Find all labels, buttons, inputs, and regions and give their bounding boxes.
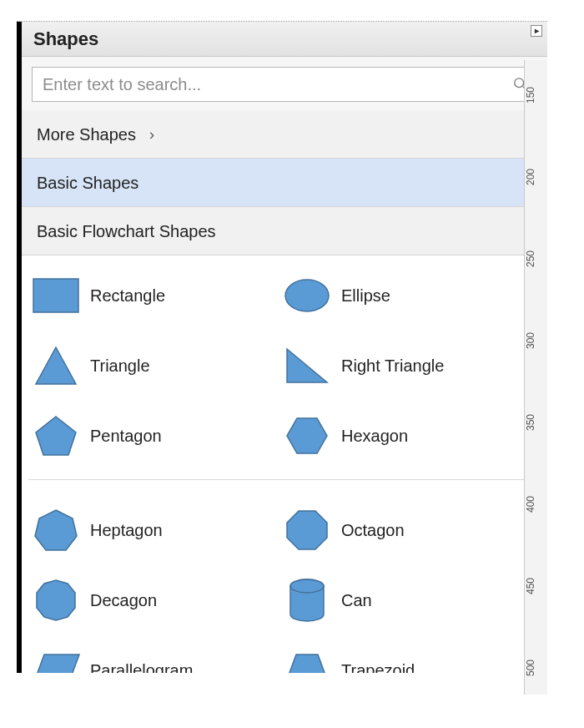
shape-label: Decagon [90,591,157,610]
shape-parallelogram[interactable]: Parallelogram [28,635,276,673]
shape-rectangle[interactable]: Rectangle [28,260,276,331]
shape-label: Parallelogram [90,661,193,674]
shapes-panel-container: Shapes ▸ More Shapes › Basic Shapes Basi… [17,7,547,691]
ruler-tick: 500 [525,660,547,676]
shape-right-triangle[interactable]: Right Triangle [279,331,527,401]
document-tab-strip [17,7,547,22]
ruler-tick: 150 [525,87,547,104]
shapes-list: Rectangle Ellipse Triangle [22,255,531,673]
decagon-icon [30,574,82,626]
ruler-tick: 200 [525,169,547,185]
svg-point-0 [515,78,524,88]
ruler-tick: 450 [525,578,547,594]
search-container [22,57,547,110]
octagon-icon [281,504,333,556]
chevron-right-icon: › [149,110,154,159]
shape-label: Pentagon [90,427,162,446]
pentagon-icon [30,410,82,462]
shape-label: Ellipse [341,286,390,306]
svg-marker-10 [37,580,75,620]
panel-title: Shapes [33,28,98,49]
category-label: Basic Flowchart Shapes [37,207,216,255]
svg-rect-2 [33,279,78,312]
shapes-panel: Shapes ▸ More Shapes › Basic Shapes Basi… [17,22,547,673]
svg-marker-7 [287,418,327,453]
shape-triangle[interactable]: Triangle [28,331,276,401]
shape-label: Triangle [90,356,150,376]
shape-trapezoid[interactable]: Trapezoid [279,635,527,673]
can-icon [281,574,333,626]
shape-hexagon[interactable]: Hexagon [279,401,527,471]
triangle-icon [30,340,82,392]
shape-label: Trapezoid [341,661,415,674]
category-basic-flowchart-shapes[interactable]: Basic Flowchart Shapes [22,207,547,255]
ruler-tick: 300 [525,332,547,349]
shape-ellipse[interactable]: Ellipse [279,260,527,331]
shape-can[interactable]: Can [279,565,527,635]
hexagon-icon [281,410,333,462]
rectangle-icon [30,270,82,321]
svg-point-3 [285,280,329,311]
shape-octagon[interactable]: Octagon [279,495,527,565]
search-box [32,67,537,102]
shape-heptagon[interactable]: Heptagon [28,495,276,565]
group-separator [28,479,527,480]
right-triangle-icon [281,340,333,392]
svg-marker-6 [36,417,76,455]
shape-label: Heptagon [90,521,163,540]
shapes-list-region: Rectangle Ellipse Triangle [22,255,547,673]
svg-marker-9 [287,511,327,549]
svg-marker-13 [33,655,79,673]
ruler-tick: 400 [525,496,547,513]
shape-decagon[interactable]: Decagon [28,565,276,635]
svg-marker-14 [284,655,330,673]
svg-marker-4 [36,347,76,384]
ruler-tick: 250 [525,250,547,267]
category-label: Basic Shapes [37,159,138,207]
shape-label: Right Triangle [341,356,444,376]
panel-header: Shapes ▸ [22,22,547,57]
trapezoid-icon [281,645,333,673]
shape-label: Rectangle [90,286,165,306]
parallelogram-icon [30,645,82,673]
category-basic-shapes[interactable]: Basic Shapes [22,159,547,207]
heptagon-icon [30,504,82,556]
category-more-shapes[interactable]: More Shapes › [22,110,547,159]
svg-marker-8 [35,510,77,550]
category-label: More Shapes [37,110,136,159]
svg-marker-5 [287,349,327,382]
ruler-tick: 350 [525,414,547,431]
shape-label: Octagon [341,521,405,540]
search-input[interactable] [33,68,536,101]
ellipse-icon [281,270,333,321]
panel-expand-icon[interactable]: ▸ [531,25,542,37]
shape-label: Can [341,591,372,610]
vertical-ruler: 150 200 250 300 350 400 450 500 [524,60,547,695]
shape-label: Hexagon [341,427,408,446]
shape-pentagon[interactable]: Pentagon [28,401,276,471]
